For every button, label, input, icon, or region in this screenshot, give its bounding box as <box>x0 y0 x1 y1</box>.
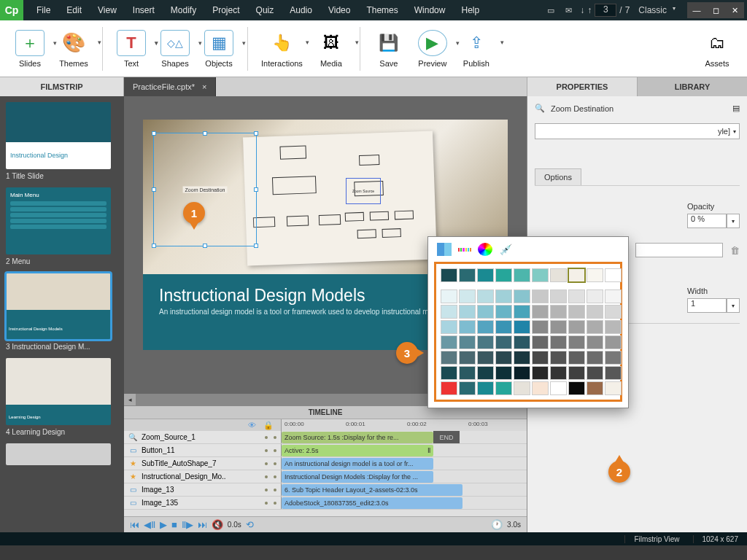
color-swatch[interactable] <box>495 366 512 380</box>
tl-stepfwd-icon[interactable]: Ⅱ▶ <box>182 519 193 530</box>
workspace-dropdown[interactable]: Classic <box>635 4 676 17</box>
color-swatch[interactable] <box>514 381 530 395</box>
ribbon-slides[interactable]: ＋▾Slides <box>10 27 50 71</box>
prev-arrow-icon[interactable]: ↓ <box>580 5 584 15</box>
color-swatch[interactable] <box>477 289 494 303</box>
zoom-destination-selection[interactable]: Zoom Destination <box>153 133 257 246</box>
tl-loop-icon[interactable]: ⟲ <box>246 519 254 530</box>
ribbon-save[interactable]: 💾Save <box>369 27 409 71</box>
color-swatch[interactable] <box>441 320 457 334</box>
color-swatch[interactable] <box>605 268 622 282</box>
color-swatch[interactable] <box>459 366 476 380</box>
color-swatch[interactable] <box>459 381 476 395</box>
eyedropper-icon[interactable]: 💉 <box>498 243 513 256</box>
timeline-row[interactable]: ▭Image_136. Sub Topic Header Layout_2-as… <box>124 483 527 497</box>
filmstrip-panel-tab[interactable]: FILMSTRIP <box>0 77 124 96</box>
color-swatch[interactable] <box>441 305 457 319</box>
menu-view[interactable]: View <box>90 2 124 18</box>
color-swatch[interactable] <box>605 351 622 365</box>
color-swatch[interactable] <box>532 268 549 282</box>
color-swatch[interactable] <box>477 268 494 282</box>
opacity-stepper[interactable]: ▾ <box>727 214 740 228</box>
color-swatch[interactable] <box>459 268 476 282</box>
tl-forward-icon[interactable]: ⏭ <box>198 519 207 530</box>
scroll-left-icon[interactable]: ◂ <box>124 394 136 405</box>
color-swatch[interactable] <box>532 320 549 334</box>
menu-insert[interactable]: Insert <box>125 2 162 18</box>
thumb-5[interactable] <box>6 443 118 465</box>
menu-edit[interactable]: Edit <box>59 2 89 18</box>
color-swatch[interactable] <box>568 305 585 319</box>
fill-preview[interactable] <box>635 243 723 257</box>
color-swatch[interactable] <box>550 320 567 334</box>
tl-mute-icon[interactable]: 🔇 <box>212 519 223 530</box>
color-swatch[interactable] <box>477 351 494 365</box>
timeline-row[interactable]: ★SubTitle_AutoShape_7An instructional de… <box>124 457 527 470</box>
color-swatch[interactable] <box>587 366 603 380</box>
menu-themes[interactable]: Themes <box>359 2 405 18</box>
color-swatch[interactable] <box>605 289 622 303</box>
style-dropdown[interactable]: yle]▾ <box>535 123 740 139</box>
timeline-row[interactable]: ★Instructional_Design_Mo..Instructional … <box>124 470 527 483</box>
color-swatch[interactable] <box>441 289 457 303</box>
color-swatch[interactable] <box>441 366 457 380</box>
color-swatch[interactable] <box>568 335 585 349</box>
tl-stepback-icon[interactable]: ◀Ⅱ <box>144 519 155 530</box>
minimize-button[interactable]: — <box>687 2 706 18</box>
color-swatch[interactable] <box>587 268 603 282</box>
color-swatch[interactable] <box>514 305 530 319</box>
lock-toggle-icon[interactable]: 🔒 <box>263 421 274 430</box>
mail-icon[interactable]: ✉ <box>562 5 574 15</box>
color-swatch[interactable] <box>587 335 603 349</box>
timeline-ruler[interactable]: 0:00:00 0:00:01 0:00:02 0:00:03 <box>282 419 527 431</box>
color-swatch[interactable] <box>605 320 622 334</box>
color-swatch[interactable] <box>587 305 603 319</box>
thumb-1[interactable]: Instructional Design 1 Title Slide <box>6 102 118 180</box>
color-swatch[interactable] <box>568 366 585 380</box>
color-swatch[interactable] <box>495 320 512 334</box>
menu-help[interactable]: Help <box>454 2 487 18</box>
theme-colors-icon[interactable] <box>437 243 452 256</box>
thumb-4[interactable]: Learning Design 4 Learning Design <box>6 358 118 436</box>
subtab-options[interactable]: Options <box>535 168 581 185</box>
color-swatch[interactable] <box>514 351 530 365</box>
color-swatch[interactable] <box>459 335 476 349</box>
color-swatch[interactable] <box>495 305 512 319</box>
width-input[interactable]: 1 <box>687 298 727 313</box>
rgb-palette-icon[interactable] <box>457 243 472 256</box>
color-swatch[interactable] <box>532 351 549 365</box>
color-swatch[interactable] <box>441 335 457 349</box>
close-button[interactable]: ✕ <box>725 2 744 18</box>
color-swatch[interactable] <box>568 289 585 303</box>
color-swatch[interactable] <box>514 335 530 349</box>
color-swatch[interactable] <box>550 268 567 282</box>
ribbon-shapes[interactable]: ◇△▾Shapes <box>155 27 195 71</box>
color-swatch[interactable] <box>550 305 567 319</box>
color-swatch[interactable] <box>459 305 476 319</box>
menu-video[interactable]: Video <box>321 2 357 18</box>
thumb-2[interactable]: Main Menu 2 Menu <box>6 187 118 265</box>
color-swatch[interactable] <box>477 366 494 380</box>
color-swatch[interactable] <box>532 381 549 395</box>
slide-title-text[interactable]: Instructional Design Models <box>159 286 365 306</box>
thumb-3[interactable]: Instructional Design Models 3 Instructio… <box>6 273 118 351</box>
ribbon-preview[interactable]: ▶▾Preview <box>413 27 452 71</box>
color-swatch[interactable] <box>550 366 567 380</box>
visibility-toggle-icon[interactable]: 👁 <box>248 421 256 429</box>
current-slide-input[interactable]: 3 <box>595 4 616 17</box>
color-swatch[interactable] <box>495 335 512 349</box>
timeline-bar[interactable]: An instructional design model is a tool … <box>282 458 433 470</box>
color-swatch[interactable] <box>568 268 585 282</box>
color-swatch[interactable] <box>605 305 622 319</box>
timeline-bar[interactable]: Instructional Design Models :Display for… <box>282 471 433 483</box>
color-swatch[interactable] <box>550 351 567 365</box>
color-swatch[interactable] <box>459 351 476 365</box>
color-swatch[interactable] <box>532 305 549 319</box>
timeline-row[interactable]: ▭Image_135AdobeStock_180837355_edit2:3.0… <box>124 497 527 510</box>
color-swatch[interactable] <box>441 381 457 395</box>
color-swatch[interactable] <box>568 320 585 334</box>
color-swatch[interactable] <box>477 381 494 395</box>
menu-project[interactable]: Project <box>205 2 247 18</box>
maximize-button[interactable]: ◻ <box>706 2 725 18</box>
color-swatch[interactable] <box>532 289 549 303</box>
